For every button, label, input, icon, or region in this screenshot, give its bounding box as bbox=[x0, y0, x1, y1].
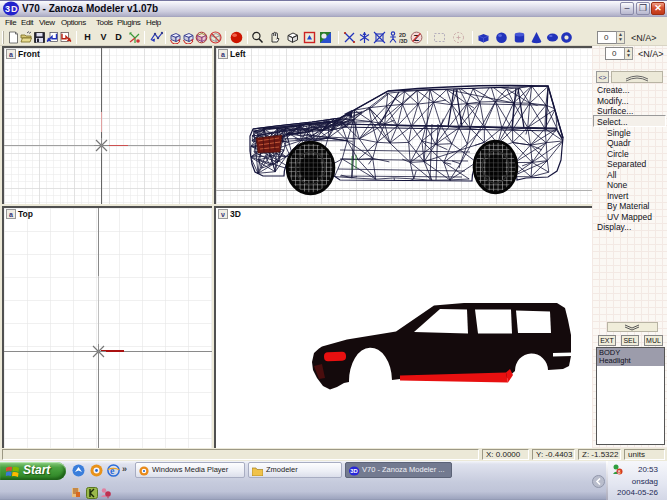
svg-text:3: 3 bbox=[5, 4, 10, 14]
svg-text:D: D bbox=[11, 4, 18, 14]
svg-text:3D: 3D bbox=[350, 468, 357, 474]
svg-text:e: e bbox=[110, 465, 115, 476]
svg-text:/3D: /3D bbox=[399, 38, 408, 44]
